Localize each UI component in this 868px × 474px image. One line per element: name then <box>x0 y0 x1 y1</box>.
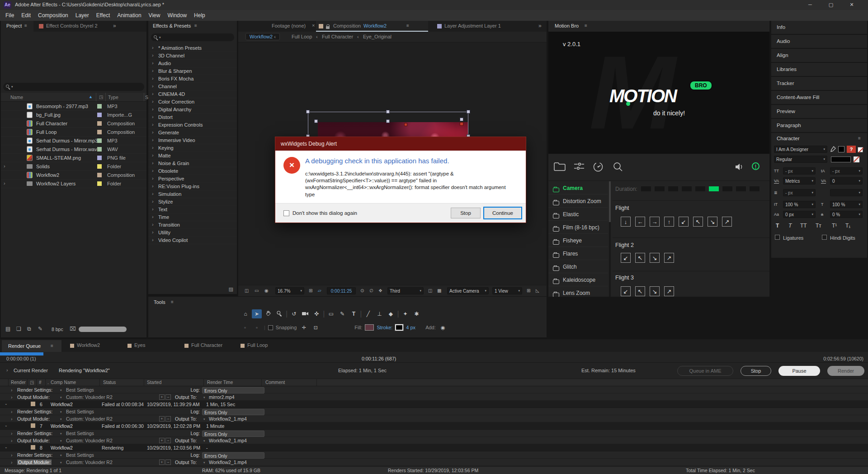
log-select[interactable]: Errors Only▾ <box>202 431 264 437</box>
clone-stamp-tool[interactable]: ⊥ <box>374 311 384 317</box>
queue-item-row[interactable]: ⌄7Workflow2 Failed at 0:00:06:3010/29/20… <box>0 422 868 430</box>
maximize-button[interactable]: ▢ <box>822 2 840 8</box>
col-type[interactable]: Type <box>108 95 118 100</box>
orbit-tool[interactable]: ↺ <box>289 311 299 317</box>
effects-category[interactable]: ›Time <box>148 213 237 221</box>
breadcrumb-active[interactable]: Workflow2 ‹ <box>245 33 280 40</box>
timeline-icon[interactable]: ◺ <box>536 288 539 293</box>
missing-glyph-tile[interactable]: ? <box>847 146 856 153</box>
preset-arrow-button[interactable]: ↖ <box>635 286 645 296</box>
browse-folder-icon[interactable] <box>554 162 566 173</box>
interpret-footage-icon[interactable]: ▤ <box>5 326 10 332</box>
render-settings-row[interactable]: ›Render Settings:▾Best Settings Log: Err… <box>0 451 868 459</box>
effects-category[interactable]: ›Noise & Grain <box>148 160 237 167</box>
tab-timeline[interactable]: Eyes <box>134 342 145 348</box>
category-item[interactable]: Elastic <box>548 208 608 221</box>
label-column-icon[interactable]: ◳ <box>30 380 34 385</box>
effects-category[interactable]: ›* Animation Presets <box>148 44 237 52</box>
tab-effect-controls[interactable]: Effect Controls Dryrel 2 <box>46 23 98 28</box>
queue-item-row[interactable]: ⌄8Workflow2 Rendering10/29/2019, 12:03:5… <box>0 444 868 451</box>
project-item[interactable]: Workflow2 Composition <box>1 171 146 180</box>
search-icon[interactable] <box>613 162 623 174</box>
project-item[interactable]: Serhat Durmus - Mirror.mp3 MP3 <box>1 137 146 145</box>
puppet-pin-tool[interactable]: ✱ <box>412 311 422 317</box>
brush-tool[interactable]: ╱ <box>363 311 373 317</box>
roi-icon[interactable]: ◫ <box>428 288 432 293</box>
expand-icon[interactable]: › <box>4 180 5 186</box>
continue-button[interactable]: Continue <box>483 207 522 219</box>
render-button[interactable]: Render <box>827 366 864 376</box>
menu-animation[interactable]: Animation <box>113 12 145 19</box>
add-remove-output-buttons[interactable]: +− <box>159 438 171 443</box>
effects-category[interactable]: ›Channel <box>148 83 237 90</box>
preset-arrow-button[interactable]: ↘ <box>650 253 660 263</box>
stop-render-button[interactable]: Stop <box>741 366 771 376</box>
close-button[interactable]: × <box>843 1 861 8</box>
tab-timeline[interactable]: Full Character <box>191 342 222 348</box>
category-item[interactable]: Glitch <box>548 260 608 273</box>
label-swatch[interactable] <box>31 445 35 450</box>
zoom-select[interactable]: 16.7%▾ <box>275 287 304 294</box>
breadcrumb[interactable]: Full Character <box>322 34 353 39</box>
effects-category[interactable]: ›Text <box>148 206 237 213</box>
font-size-select[interactable]: - px▾ <box>783 167 816 175</box>
tab-composition[interactable]: Composition Workflow2 ≡ <box>316 21 428 32</box>
menu-window[interactable]: Window <box>164 12 190 19</box>
log-select[interactable]: Errors Only▾ <box>202 387 264 393</box>
ligatures-checkbox[interactable] <box>775 235 780 240</box>
preset-arrow-button[interactable]: ↗ <box>664 286 674 296</box>
preset-arrow-button[interactable]: ↘ <box>708 217 717 227</box>
preset-arrow-button[interactable]: ↙ <box>679 217 689 227</box>
tab-character[interactable]: Character <box>777 136 800 141</box>
log-select[interactable]: Errors Only▾ <box>202 452 264 459</box>
project-item-folder[interactable]: › Workflow2 Layers Folder <box>1 180 146 188</box>
fill-swatch[interactable] <box>365 324 374 331</box>
stop-button[interactable]: Stop <box>451 208 481 218</box>
effects-category[interactable]: ›Audio <box>148 60 237 67</box>
preset-arrow-button[interactable]: ↖ <box>635 253 645 263</box>
sidebar-panel-audio[interactable]: Audio <box>771 35 867 48</box>
effects-category[interactable]: ›Simulation <box>148 190 237 198</box>
panel-menu-icon[interactable]: ≡ <box>406 23 409 28</box>
add-remove-output-buttons[interactable]: +− <box>159 416 171 422</box>
expand-icon[interactable]: › <box>4 163 5 169</box>
render-settings-row[interactable]: ›Render Settings:▾Best Settings Log: Err… <box>0 430 868 437</box>
stroke-color-chip[interactable] <box>858 147 863 152</box>
hindi-digits-checkbox[interactable] <box>822 235 827 240</box>
sidebar-panel-align[interactable]: Align <box>771 49 867 62</box>
effects-category[interactable]: ›Utility <box>148 229 237 237</box>
breadcrumb[interactable]: Full Loop <box>292 34 312 39</box>
horizontal-scale-field[interactable]: 100 %▾ <box>830 201 863 208</box>
tab-project[interactable]: Project ≡ <box>1 21 33 32</box>
stroke-swatch[interactable] <box>395 324 403 331</box>
settings-sliders-icon[interactable] <box>574 162 585 173</box>
menu-composition[interactable]: Composition <box>34 12 72 19</box>
add-remove-output-buttons[interactable]: +− <box>159 394 171 400</box>
tab-render-queue[interactable]: Render Queue ≡ <box>2 340 61 352</box>
effects-category[interactable]: ›Expression Controls <box>148 121 237 129</box>
swatch-black[interactable] <box>831 156 851 162</box>
project-column-headers[interactable]: Name ▲ ◳ Type S <box>1 93 146 102</box>
workspace-icon[interactable]: ▫ <box>241 325 250 330</box>
log-select[interactable]: Errors Only▾ <box>202 409 264 415</box>
category-item[interactable]: Lens Zoom <box>548 286 608 297</box>
hand-tool[interactable] <box>263 310 273 318</box>
category-item[interactable]: Flares <box>548 247 608 260</box>
dont-show-checkbox[interactable] <box>283 210 289 216</box>
preset-arrow-button[interactable]: ↓ <box>621 217 631 227</box>
sound-icon[interactable] <box>735 163 744 173</box>
shape-tool[interactable]: ▭ <box>326 311 336 317</box>
grid-guides-icon[interactable]: ⊞ <box>309 288 312 293</box>
add-icon[interactable]: ◉ <box>439 325 448 331</box>
sidebar-panel-paragraph[interactable]: Paragraph <box>771 119 867 132</box>
tab-motion-bro[interactable]: Motion Bro <box>555 23 579 28</box>
fill-color-chip[interactable] <box>838 146 844 152</box>
transparency-grid-icon[interactable]: ▩ <box>437 288 441 293</box>
minimize-button[interactable]: ─ <box>801 2 819 7</box>
project-item-folder[interactable]: › Solids Folder <box>1 162 146 171</box>
font-family-select[interactable]: I Am A Designer▾ <box>774 146 827 153</box>
label-swatch[interactable] <box>31 402 35 406</box>
dialog-title-bar[interactable]: wxWidgets Debug Alert <box>275 137 526 151</box>
new-folder-icon[interactable]: ❏ <box>16 326 21 332</box>
effects-category[interactable]: ›Keying <box>148 144 237 152</box>
